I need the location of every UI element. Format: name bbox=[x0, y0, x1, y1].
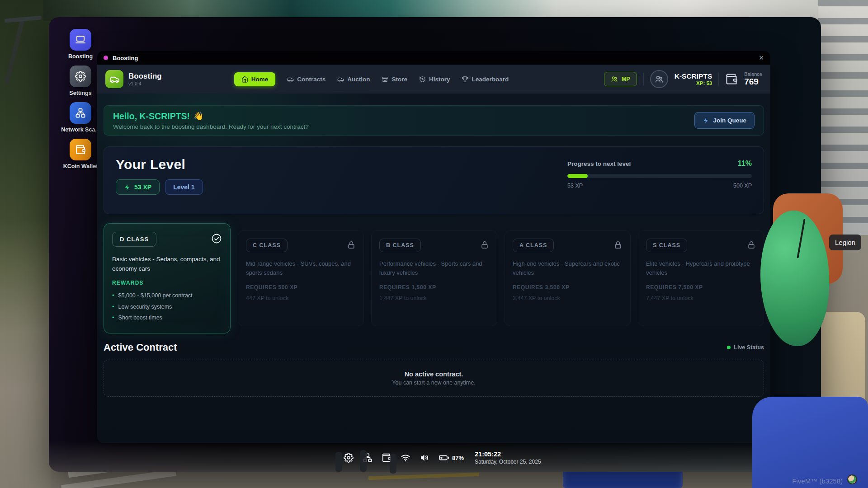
class-requires: REQUIRES 7,500 XP bbox=[646, 284, 756, 291]
sidebar-label: KCoin Wallet bbox=[63, 163, 98, 169]
current-xp: 53 XP bbox=[567, 183, 583, 189]
tab-history[interactable]: History bbox=[419, 76, 450, 83]
home-icon bbox=[241, 76, 248, 83]
lock-icon bbox=[347, 240, 356, 249]
volume-icon[interactable] bbox=[420, 453, 429, 463]
live-status: Live Status bbox=[727, 344, 764, 351]
tab-store[interactable]: Store bbox=[382, 76, 407, 83]
sidebar-label: Boosting bbox=[68, 53, 93, 60]
avatar[interactable] bbox=[650, 70, 668, 88]
class-badge: D CLASS bbox=[112, 232, 156, 247]
sidebar-label: Settings bbox=[69, 90, 91, 96]
app-identity: Boosting v1.0.4 bbox=[105, 70, 162, 88]
wallet-icon bbox=[70, 139, 91, 160]
class-description: Performance vehicles - Sports cars and l… bbox=[379, 259, 489, 277]
active-contract-title: Active Contract bbox=[104, 342, 177, 353]
sidebar-item-boosting[interactable]: Boosting bbox=[68, 29, 93, 60]
sidebar-item-kcoin-wallet[interactable]: KCoin Wallet bbox=[63, 139, 98, 169]
history-icon bbox=[419, 76, 426, 83]
sidebar-item-network-scanner[interactable]: Network Sca... bbox=[61, 102, 99, 133]
app-version: v1.0.4 bbox=[128, 81, 162, 86]
class-to-unlock: 1,447 XP to unlock bbox=[379, 295, 489, 301]
class-card-s[interactable]: S CLASS Elite vehicles - Hypercars and p… bbox=[638, 230, 764, 326]
battery-percent: 87% bbox=[452, 455, 464, 461]
class-card-c[interactable]: C CLASS Mid-range vehicles - SUVs, coupe… bbox=[238, 230, 364, 326]
tab-leaderboard[interactable]: Leaderboard bbox=[462, 76, 509, 83]
empty-subtitle: You can start a new one anytime. bbox=[392, 380, 475, 386]
class-description: Mid-range vehicles - SUVs, coupes, and s… bbox=[246, 259, 356, 277]
legion-label: Legion bbox=[829, 235, 861, 250]
welcome-subtitle: Welcome back to the boosting dashboard. … bbox=[113, 123, 309, 130]
balance-value: 769 bbox=[744, 77, 762, 87]
level-card: Your Level 53 XP Level 1 Progress to nex… bbox=[104, 146, 764, 214]
car-icon bbox=[337, 76, 344, 83]
progress-label: Progress to next level bbox=[567, 160, 631, 167]
class-card-b[interactable]: B CLASS Performance vehicles - Sports ca… bbox=[371, 230, 497, 326]
lock-icon bbox=[747, 240, 756, 249]
window-title: Boosting bbox=[113, 55, 138, 61]
sidebar-item-settings[interactable]: Settings bbox=[69, 66, 91, 96]
empty-title: No active contract. bbox=[405, 371, 463, 378]
car-app-icon bbox=[105, 70, 123, 88]
tab-auction[interactable]: Auction bbox=[337, 76, 370, 83]
close-icon[interactable]: ✕ bbox=[759, 54, 764, 61]
taskbar: 87% 21:05:22 Saturday, October 25, 2025 bbox=[344, 446, 541, 469]
class-badge: A CLASS bbox=[513, 239, 554, 252]
wallet-icon bbox=[725, 73, 738, 85]
main-nav: Home Contracts Auction Store bbox=[234, 72, 509, 86]
tab-contracts[interactable]: Contracts bbox=[287, 76, 326, 83]
lock-icon bbox=[613, 240, 623, 249]
next-level-xp: 500 XP bbox=[733, 183, 752, 189]
clock-time: 21:05:22 bbox=[475, 450, 541, 458]
bg-pedestrian bbox=[390, 454, 396, 474]
divider bbox=[643, 73, 644, 85]
bg-pedestrian bbox=[360, 450, 367, 472]
bolt-icon bbox=[124, 184, 131, 191]
class-badge: S CLASS bbox=[646, 239, 687, 252]
welcome-title: Hello, K-SCRIPTS!👋 bbox=[113, 111, 309, 122]
progress-fill bbox=[567, 174, 588, 178]
app-header: Boosting v1.0.4 Home Contracts bbox=[97, 65, 770, 94]
user-xp: XP: 53 bbox=[675, 80, 712, 86]
users-icon bbox=[611, 75, 618, 83]
check-circle-icon bbox=[211, 233, 222, 244]
fivem-watermark: FiveM™ (b3258) bbox=[792, 477, 843, 485]
class-requires: REQUIRES 1,500 XP bbox=[379, 284, 489, 291]
network-icon bbox=[70, 102, 91, 124]
class-badge: C CLASS bbox=[246, 239, 288, 252]
class-card-a[interactable]: A CLASS High-end vehicles - Supercars an… bbox=[505, 230, 631, 326]
lock-icon bbox=[480, 240, 489, 249]
dashboard-content: Hello, K-SCRIPTS!👋 Welcome back to the b… bbox=[97, 94, 770, 443]
gear-icon bbox=[70, 66, 91, 87]
wifi-icon[interactable] bbox=[401, 453, 410, 463]
username: K-SCRIPTS bbox=[675, 72, 712, 81]
welcome-banner: Hello, K-SCRIPTS!👋 Welcome back to the b… bbox=[104, 105, 764, 136]
class-description: Elite vehicles - Hypercars and prototype… bbox=[646, 259, 756, 277]
tablet-overlay: Boosting Settings Network Sca... KCoin W… bbox=[49, 17, 821, 472]
reward-item: Short boost times bbox=[112, 312, 222, 324]
reward-item: $5,000 - $15,000 per contract bbox=[112, 290, 222, 301]
class-card-d[interactable]: D CLASS Basic vehicles - Sedans, compact… bbox=[104, 223, 231, 333]
class-to-unlock: 3,447 XP to unlock bbox=[513, 295, 623, 301]
car-icon bbox=[287, 76, 294, 83]
tab-home[interactable]: Home bbox=[234, 72, 276, 86]
no-active-contract-panel: No active contract. You can start a new … bbox=[104, 360, 764, 397]
mp-badge[interactable]: MP bbox=[604, 72, 637, 86]
sidebar-label: Network Sca... bbox=[61, 127, 99, 133]
level-title: Your Level bbox=[116, 157, 203, 172]
bolt-icon bbox=[703, 117, 709, 124]
divider bbox=[718, 73, 719, 85]
window-titlebar[interactable]: Boosting ✕ bbox=[97, 51, 770, 65]
clock-date: Saturday, October 25, 2025 bbox=[475, 459, 541, 465]
class-to-unlock: 447 XP to unlock bbox=[246, 295, 356, 301]
class-badge: B CLASS bbox=[379, 239, 421, 252]
live-status-dot bbox=[727, 346, 731, 349]
xp-badge: 53 XP bbox=[116, 179, 160, 195]
class-to-unlock: 7,447 XP to unlock bbox=[646, 295, 756, 301]
rewards-label: REWARDS bbox=[112, 280, 222, 286]
gear-icon[interactable] bbox=[344, 453, 354, 463]
battery-icon bbox=[439, 452, 449, 463]
join-queue-button[interactable]: Join Queue bbox=[694, 112, 755, 129]
store-icon bbox=[382, 76, 388, 83]
progress-percent: 11% bbox=[738, 160, 752, 168]
